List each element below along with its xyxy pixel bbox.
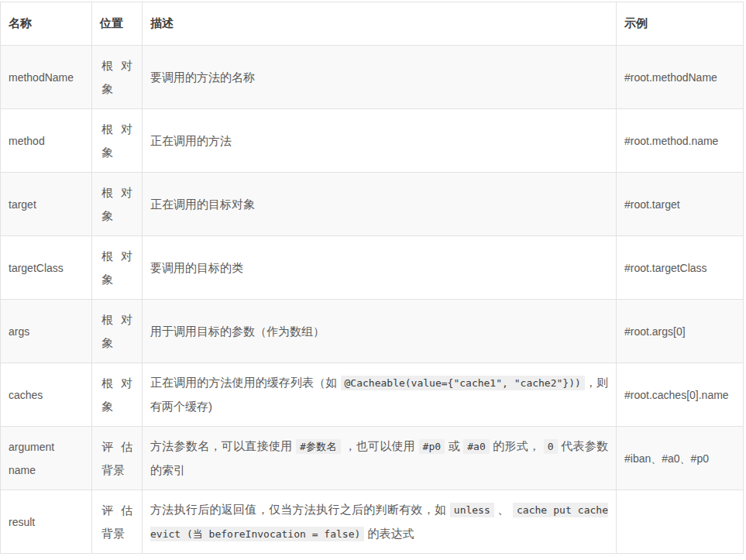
cell-description: 方法参数名，可以直接使用 #参数名 ，也可以使用 #p0 或 #a0 的形式， … [143, 427, 617, 490]
inline-code: #参数名 [296, 439, 341, 454]
cell-description: 方法执行后的返回值，仅当方法执行之后的判断有效，如 unless 、 cache… [143, 490, 617, 554]
column-header-description: 描述 [143, 2, 617, 46]
cell-description: 正在调用的方法使用的缓存列表（如 @Cacheable(value={"cach… [143, 363, 617, 427]
cell-example: #root.methodName [617, 46, 744, 109]
table-row: method根对象正在调用的方法#root.method.name [1, 109, 744, 173]
cell-description: 要调用的方法的名称 [143, 46, 617, 109]
cell-name: methodName [1, 46, 92, 109]
table-row: argument name评估背景方法参数名，可以直接使用 #参数名 ，也可以使… [1, 427, 744, 490]
cell-description: 正在调用的方法 [143, 109, 617, 173]
header-row: 名称 位置 描述 示例 [1, 2, 744, 46]
column-header-name: 名称 [1, 2, 92, 46]
cell-description: 要调用的目标的类 [143, 236, 617, 300]
table-row: targetClass根对象要调用的目标的类#root.targetClass [1, 236, 744, 300]
cell-location: 评估背景 [92, 427, 143, 490]
cell-location: 评估背景 [92, 490, 143, 554]
cell-description: 正在调用的目标对象 [143, 173, 617, 236]
cell-name: result [1, 490, 92, 554]
table-row: result评估背景方法执行后的返回值，仅当方法执行之后的判断有效，如 unle… [1, 490, 744, 554]
column-header-example: 示例 [617, 2, 744, 46]
cell-example [617, 490, 744, 554]
cell-location: 根对象 [92, 173, 143, 236]
cell-name: target [1, 173, 92, 236]
table-header: 名称 位置 描述 示例 [1, 2, 744, 46]
spel-context-table: 名称 位置 描述 示例 methodName根对象要调用的方法的名称#root.… [0, 2, 744, 554]
table-row: args根对象用于调用目标的参数（作为数组）#root.args[0] [1, 300, 744, 363]
inline-code: #a0 [463, 439, 489, 454]
cell-location: 根对象 [92, 109, 143, 173]
cell-location: 根对象 [92, 300, 143, 363]
column-header-location: 位置 [92, 2, 143, 46]
table-body: methodName根对象要调用的方法的名称#root.methodNameme… [1, 46, 744, 554]
cell-name: argument name [1, 427, 92, 490]
table-row: caches根对象正在调用的方法使用的缓存列表（如 @Cacheable(val… [1, 363, 744, 427]
cell-example: #root.method.name [617, 109, 744, 173]
inline-code: @Cacheable(value={"cache1", "cache2"})) [341, 376, 585, 390]
table-row: target根对象正在调用的目标对象#root.target [1, 173, 744, 236]
documentation-page: 名称 位置 描述 示例 methodName根对象要调用的方法的名称#root.… [0, 0, 746, 554]
cell-example: #root.targetClass [617, 236, 744, 300]
cell-location: 根对象 [92, 46, 143, 109]
cell-name: args [1, 300, 92, 363]
inline-code: cache put cache evict (当 beforeInvocatio… [150, 503, 608, 541]
cell-example: #root.caches[0].name [617, 363, 744, 427]
cell-example: #iban、#a0、#p0 [617, 427, 744, 490]
cell-name: targetClass [1, 236, 92, 300]
table-row: methodName根对象要调用的方法的名称#root.methodName [1, 46, 744, 109]
cell-example: #root.args[0] [617, 300, 744, 363]
inline-code: #p0 [419, 439, 445, 454]
cell-name: caches [1, 363, 92, 427]
inline-code: unless [450, 503, 494, 517]
cell-location: 根对象 [92, 363, 143, 427]
cell-description: 用于调用目标的参数（作为数组） [143, 300, 617, 363]
inline-code: 0 [544, 439, 558, 454]
cell-location: 根对象 [92, 236, 143, 300]
cell-example: #root.target [617, 173, 744, 236]
cell-name: method [1, 109, 92, 173]
